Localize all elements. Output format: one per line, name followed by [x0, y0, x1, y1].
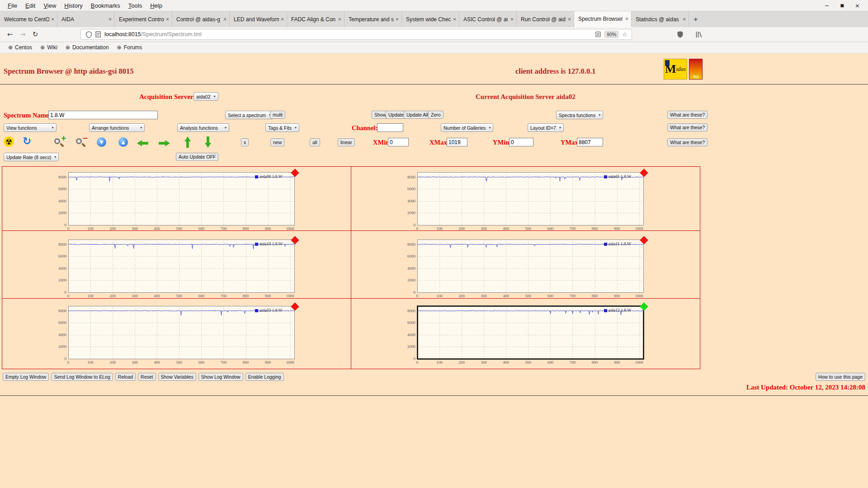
what-are-these-button-3[interactable]: What are these? — [667, 138, 708, 146]
tab-close-icon[interactable]: × — [338, 16, 341, 23]
library-icon[interactable] — [693, 31, 704, 38]
tab-led-and-waveform[interactable]: LED and Waveform× — [230, 11, 287, 27]
refresh-icon[interactable]: ↻ — [23, 136, 31, 146]
channel-input[interactable] — [377, 123, 403, 132]
tab-run-control-aid[interactable]: Run Control @ aid× — [517, 11, 574, 27]
empty-log-window-button[interactable]: Empty Log Window — [3, 373, 49, 381]
xmax-input[interactable] — [447, 138, 467, 146]
multi-button[interactable]: multi — [270, 111, 285, 119]
tab-close-icon[interactable]: × — [568, 16, 571, 23]
zoom-level-badge[interactable]: 90% — [604, 31, 618, 38]
tab-close-icon[interactable]: × — [510, 16, 514, 23]
zoom-in-icon[interactable]: + — [53, 137, 66, 149]
tab-close-icon[interactable]: × — [625, 16, 628, 22]
tcl-powered-logo[interactable]: Tcl — [689, 59, 703, 80]
tab-close-icon[interactable]: × — [108, 16, 112, 23]
spectrum-panel-3[interactable]: aida10 1.8.W — [2, 231, 351, 299]
reload-button[interactable]: Reload — [115, 373, 136, 381]
linear-button[interactable]: linear — [338, 138, 355, 146]
analysis-functions-dropdown[interactable]: Analysis functions▾ — [177, 123, 229, 132]
tab-close-icon[interactable]: × — [223, 16, 226, 23]
reset-button[interactable]: Reset — [138, 373, 156, 381]
layout-id-dropdown[interactable]: Layout ID=7▾ — [528, 123, 564, 132]
bookmark-forums[interactable]: ⊕Forums — [113, 43, 146, 52]
pan-left-icon[interactable] — [137, 137, 149, 149]
zoom-out-icon[interactable]: − — [75, 137, 88, 149]
ymin-input[interactable] — [509, 138, 533, 146]
acquisition-server-select[interactable]: aida02▾ — [193, 92, 218, 101]
bookmark-wiki[interactable]: ⊕Wiki — [37, 43, 61, 52]
select-spectrum-dropdown[interactable]: Select a spectrum▾ — [225, 111, 274, 119]
reader-mode-icon[interactable] — [594, 32, 603, 37]
how-to-use-button[interactable]: How to use this page — [816, 373, 865, 381]
spectrum-name-input[interactable] — [48, 111, 158, 119]
tab-control-aidas-g[interactable]: Control @ aidas-g× — [172, 11, 230, 27]
tracking-shield-icon[interactable] — [84, 31, 94, 38]
menu-edit[interactable]: Edit — [21, 1, 39, 10]
close-button[interactable]: × — [855, 2, 860, 9]
ymax-input[interactable] — [577, 138, 603, 146]
spectrum-panel-1[interactable]: aida08 1.8.W — [2, 167, 351, 231]
bookmark-documentation[interactable]: ⊕Documentation — [62, 43, 113, 52]
save-page-shield-icon[interactable] — [675, 31, 685, 38]
bookmark-centos[interactable]: ⊕Centos — [5, 43, 36, 52]
what-are-these-button-2[interactable]: What are these? — [667, 123, 708, 131]
pan-down-icon[interactable] — [202, 136, 214, 148]
tab-close-icon[interactable]: × — [51, 16, 54, 23]
radiation-icon[interactable]: ☢ — [4, 136, 14, 147]
page-info-icon[interactable] — [94, 31, 103, 38]
enable-logging-button[interactable]: Enable Logging — [245, 373, 284, 381]
tab-close-icon[interactable]: × — [453, 16, 456, 23]
tab-spectrum-browser[interactable]: Spectrum Browser× — [574, 11, 632, 27]
tab-aida[interactable]: AIDA× — [57, 11, 115, 27]
tab-close-icon[interactable]: × — [281, 16, 284, 23]
update-button[interactable]: Update — [386, 111, 406, 119]
tab-fadc-align-con[interactable]: FADC Align & Con× — [287, 11, 344, 27]
tab-close-icon[interactable]: × — [166, 16, 169, 23]
tab-asic-control-ai[interactable]: ASIC Control @ ai× — [459, 11, 517, 27]
new-button[interactable]: new — [270, 138, 284, 146]
tab-temperature-and-s[interactable]: Temperature and s× — [344, 11, 402, 27]
reload-button[interactable]: ↻ — [29, 30, 42, 38]
tab-close-icon[interactable]: × — [396, 16, 399, 23]
pan-up-icon[interactable] — [182, 136, 193, 148]
back-button[interactable]: ← — [4, 30, 16, 38]
menu-history[interactable]: History — [60, 1, 86, 10]
bookmark-star-icon[interactable]: ☆ — [622, 31, 628, 38]
minimize-button[interactable]: − — [825, 2, 830, 9]
update-all-button[interactable]: Update All — [404, 111, 431, 119]
menu-view[interactable]: View — [39, 1, 60, 10]
what-are-these-button-1[interactable]: What are these? — [667, 111, 708, 119]
midas-logo[interactable]: Midas — [664, 59, 687, 80]
spectra-functions-dropdown[interactable]: Spectra functions▾ — [556, 111, 603, 119]
spectrum-panel-4[interactable]: aida11 1.8.W — [351, 231, 700, 299]
spectrum-panel-6[interactable]: aida12 1.8.W — [351, 299, 700, 369]
menu-bookmarks[interactable]: Bookmarks — [87, 1, 124, 10]
spectrum-panel-2[interactable]: aida01 1.8.W — [351, 167, 700, 231]
x-button[interactable]: x — [241, 138, 249, 146]
tab-experiment-contro[interactable]: Experiment Contro× — [115, 11, 172, 27]
xmin-input[interactable] — [388, 138, 409, 146]
scale-up-icon[interactable]: ▲ — [118, 137, 128, 147]
maximize-button[interactable]: ■ — [840, 3, 844, 8]
update-rate-dropdown[interactable]: Update Rate (8 secs)▾ — [4, 153, 59, 161]
number-of-galleries-dropdown[interactable]: Number of Galleries▾ — [441, 123, 493, 132]
scale-down-icon[interactable]: ▼ — [97, 137, 106, 147]
menu-tools[interactable]: Tools — [124, 1, 146, 10]
new-tab-button[interactable]: + — [689, 11, 703, 27]
tab-statistics-aidas[interactable]: Statistics @ aidas× — [632, 11, 689, 27]
menu-file[interactable]: File — [4, 1, 21, 10]
tab-welcome-to-cento[interactable]: Welcome to CentO× — [0, 11, 57, 27]
tab-close-icon[interactable]: × — [683, 16, 686, 23]
tags-fits-dropdown[interactable]: Tags & Fits▾ — [265, 123, 299, 132]
send-log-window-to-elog-button[interactable]: Send Log Window to ELog — [51, 373, 113, 381]
tab-system-wide-chec[interactable]: System wide Chec× — [402, 11, 459, 27]
pan-right-icon[interactable] — [159, 137, 170, 149]
show-variables-button[interactable]: Show Variables — [158, 373, 196, 381]
forward-button[interactable]: → — [16, 30, 29, 38]
auto-update-button[interactable]: Auto Update OFF — [176, 153, 218, 161]
spectrum-panel-5[interactable]: aida03 1.8.W — [2, 299, 351, 369]
arrange-functions-dropdown[interactable]: Arrange functions▾ — [89, 123, 145, 132]
show-log-window-button[interactable]: Show Log Window — [198, 373, 243, 381]
url-bar[interactable]: localhost:8015/Spectrum/Spectrum.tml 90%… — [80, 29, 632, 40]
